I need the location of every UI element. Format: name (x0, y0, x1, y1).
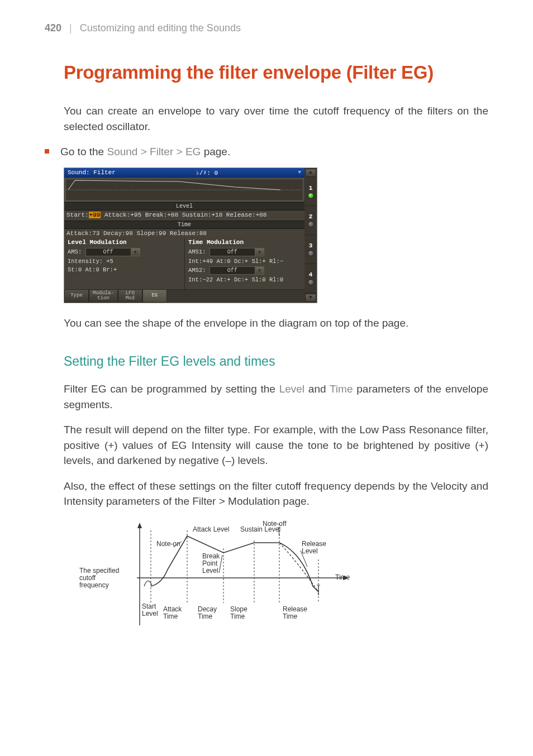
page-number: 420 (45, 22, 61, 34)
led-icon (308, 221, 314, 227)
titlebar-center: ♭/♯: 0 (196, 169, 218, 176)
scroll-down-button[interactable]: ▼ (305, 294, 316, 302)
tab-type[interactable]: Type (64, 289, 89, 303)
fig-slope-time: SlopeTime (230, 605, 248, 620)
lm-row: St:0 At:0 Br:+ (68, 266, 182, 273)
envelope-diagram (65, 179, 303, 201)
titlebar-menu-icon[interactable]: ▼ (298, 170, 301, 175)
fig-release-time: ReleaseTime (283, 605, 307, 620)
led-icon (308, 193, 314, 199)
level-start-value[interactable]: +99 (89, 212, 101, 218)
p2a: Filter EG can be programmed by setting t… (64, 383, 279, 395)
level-mod-heading: Level Modulation (68, 239, 182, 246)
oscillator-sidebar: ▲ 1 2 3 4 ▼ (304, 168, 317, 303)
paragraph-4: Also, the effect of these settings on th… (64, 479, 488, 509)
chevron-down-icon[interactable]: ▼ (131, 248, 140, 256)
level-start-label: Start: (66, 212, 89, 218)
step-suffix: page. (201, 146, 230, 157)
page-header: 420 | Customizing and editing the Sounds (45, 22, 488, 34)
p2b: and (304, 383, 330, 395)
level-rest: Attack:+95 Break:+88 Sustain:+18 Release… (101, 212, 266, 218)
after-panel-text: You can see the shape of the envelope in… (64, 315, 488, 331)
panel-titlebar: Sound: Filter ♭/♯: 0 ▼ (64, 168, 304, 178)
step-text: Go to the Sound > Filter > EG page. (60, 144, 230, 160)
fig-time: Time (335, 573, 350, 581)
envelope-figure: Note-on Attack Level Sustain Level Note-… (78, 519, 374, 639)
tab-lfo-mod[interactable]: LFO Mod (118, 289, 142, 303)
tm-ams1-value: Off (210, 249, 255, 255)
tm-ams1-dropdown[interactable]: Off ▼ (210, 248, 264, 256)
time-row: Attack:73 Decay:98 Slope:99 Release:88 (64, 229, 304, 238)
time-modulation-panel: Time Modulation AMS1: Off ▼ Int:+49 At:0… (184, 238, 304, 289)
tab-bar: Type Modula- tion LFO Mod EG (64, 289, 304, 303)
level-modulation-panel: Level Modulation AMS: Off ▼ Intensity: +… (64, 238, 184, 289)
fig-attack-level: Attack Level (193, 525, 229, 533)
osc-slot-1[interactable]: 1 (304, 178, 317, 207)
p2-time: Time (330, 383, 353, 395)
intro-paragraph: You can create an envelope to vary over … (64, 103, 488, 134)
scroll-up-button[interactable]: ▲ (305, 169, 316, 177)
fig-attack-time: AttackTime (163, 605, 182, 620)
lm-ams-value: Off (86, 249, 131, 255)
osc-num: 4 (309, 271, 313, 278)
p2-level: Level (279, 383, 304, 395)
titlebar-left: Sound: Filter (68, 169, 116, 176)
step-prefix: Go to the (60, 146, 107, 157)
osc-slot-3[interactable]: 3 (304, 235, 317, 264)
header-title: Customizing and editing the Sounds (80, 22, 241, 34)
header-divider: | (69, 22, 72, 34)
time-mod-heading: Time Modulation (188, 239, 302, 246)
chevron-down-icon[interactable]: ▼ (255, 267, 264, 274)
lm-ams-label: AMS: (68, 248, 82, 255)
osc-num: 1 (309, 185, 313, 192)
page-title: Programming the filter envelope (Filter … (64, 62, 488, 83)
fig-cutoff: The specifiedcutofffrequency (79, 567, 119, 589)
tm-ams2-dropdown[interactable]: Off ▼ (210, 266, 264, 275)
osc-slot-2[interactable]: 2 (304, 206, 317, 235)
fig-release-level: ReleaseLevel (302, 540, 326, 555)
led-icon (308, 250, 314, 256)
fig-note-off: Note-off (263, 520, 287, 528)
tm-ams2-label: AMS2: (188, 267, 206, 274)
lm-intensity: Intensity: +5 (68, 258, 182, 265)
tab-modulation[interactable]: Modula- tion (89, 289, 118, 303)
paragraph-2: Filter EG can be programmed by setting t… (64, 381, 488, 412)
step-path: Sound > Filter > EG (107, 146, 201, 157)
osc-slot-4[interactable]: 4 (304, 264, 317, 293)
osc-num: 3 (309, 242, 313, 249)
chevron-down-icon[interactable]: ▼ (255, 248, 264, 256)
fig-note-on: Note-on (156, 540, 180, 548)
osc-num: 2 (309, 213, 313, 220)
filter-eg-screenshot: Sound: Filter ♭/♯: 0 ▼ Level Start:+99 A… (64, 168, 317, 303)
paragraph-3: The result will depend on the filter typ… (64, 422, 488, 468)
step-bullet: Go to the Sound > Filter > EG page. (45, 144, 488, 160)
tm-ams2-value: Off (210, 267, 255, 274)
lm-ams-dropdown[interactable]: Off ▼ (85, 248, 140, 256)
led-icon (308, 279, 314, 285)
tm-row2: Int:−22 At:+ Dc:+ Sl:0 Rl:0 (188, 276, 302, 283)
fig-start-level: StartLevel (142, 602, 158, 618)
bullet-icon (45, 149, 49, 154)
time-section-label: Time (64, 221, 304, 229)
tab-eg[interactable]: EG (142, 289, 167, 303)
level-section-label: Level (64, 202, 304, 210)
fig-break-point: BreakPointLevel (202, 552, 220, 575)
tm-row1: Int:+49 At:0 Dc:+ Sl:+ Rl:− (188, 258, 302, 265)
svg-marker-2 (137, 523, 142, 528)
fig-decay-time: DecayTime (198, 605, 217, 620)
tab-spacer (167, 289, 304, 303)
tm-ams1-label: AMS1: (188, 248, 206, 255)
section-heading: Setting the Filter EG levels and times (64, 354, 488, 369)
level-row: Start:+99 Attack:+95 Break:+88 Sustain:+… (64, 210, 304, 219)
